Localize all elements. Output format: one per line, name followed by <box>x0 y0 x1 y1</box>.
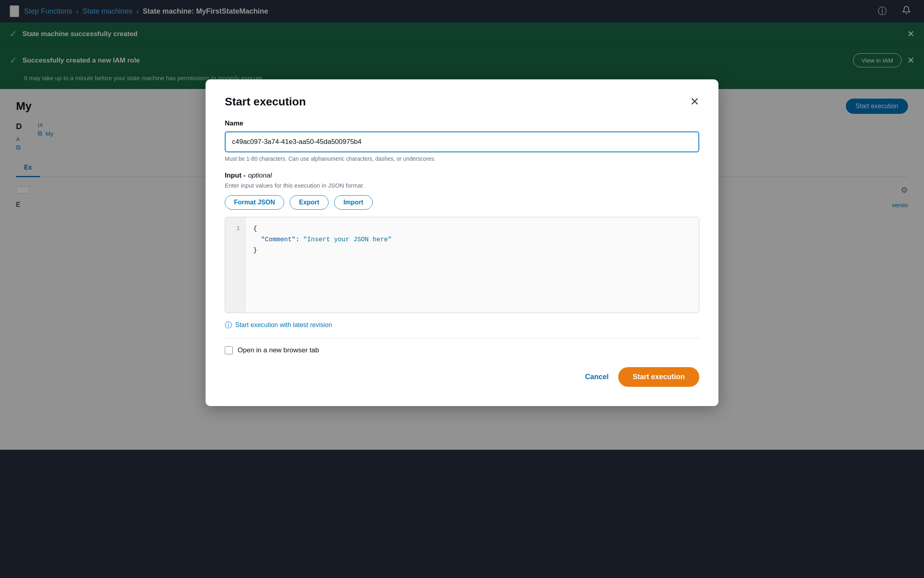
line-number-1: 1 <box>230 224 240 234</box>
name-hint: Must be 1-80 characters. Can use alphanu… <box>225 156 699 162</box>
modal-divider <box>225 338 699 338</box>
revision-link-row: ⓘ Start execution with latest revision <box>225 320 699 330</box>
input-label-row: Input - optional <box>225 172 699 180</box>
new-tab-checkbox[interactable] <box>225 346 233 354</box>
start-execution-button[interactable]: Start execution <box>618 367 699 387</box>
action-buttons-row: Format JSON Export Import <box>225 195 699 210</box>
input-sub-hint: Enter input values for this execution in… <box>225 182 699 189</box>
json-code-editor[interactable]: 1 { "Comment": "Insert your JSON here" } <box>225 217 699 313</box>
cancel-button[interactable]: Cancel <box>585 373 609 381</box>
modal-title: Start execution <box>225 95 306 108</box>
name-field-label: Name <box>225 119 699 127</box>
start-execution-modal: Start execution ✕ Name Must be 1-80 char… <box>206 79 718 406</box>
modal-close-button[interactable]: ✕ <box>690 96 699 107</box>
input-label-optional: optional <box>248 172 272 180</box>
format-json-button[interactable]: Format JSON <box>225 195 284 210</box>
modal-header: Start execution ✕ <box>225 95 699 108</box>
import-button[interactable]: Import <box>334 195 373 210</box>
code-line-numbers: 1 <box>225 217 245 313</box>
input-label-main: Input - <box>225 172 246 180</box>
name-input[interactable] <box>225 131 699 152</box>
new-tab-checkbox-label: Open in a new browser tab <box>238 346 319 354</box>
revision-info-icon: ⓘ <box>225 320 232 330</box>
export-button[interactable]: Export <box>290 195 329 210</box>
revision-link[interactable]: Start execution with latest revision <box>235 321 332 329</box>
checkbox-row: Open in a new browser tab <box>225 346 699 354</box>
code-editor-content[interactable]: { "Comment": "Insert your JSON here" } <box>245 217 699 313</box>
modal-footer: Cancel Start execution <box>225 367 699 387</box>
